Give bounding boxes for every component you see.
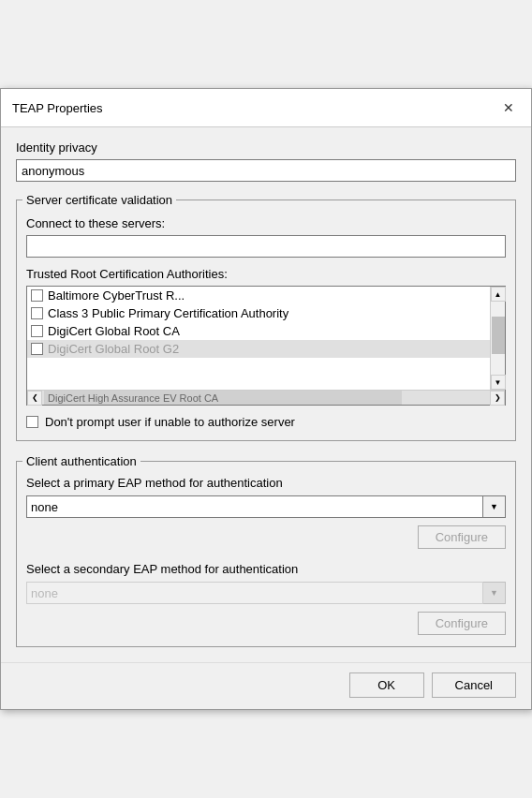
identity-privacy-input[interactable] (16, 159, 516, 182)
secondary-eap-dropdown-arrow[interactable]: ▼ (483, 582, 506, 604)
close-button[interactable]: ✕ (497, 96, 520, 119)
ca-item-label-2: DigiCert Global Root CA (48, 324, 180, 338)
dialog-title: TEAP Properties (12, 101, 103, 115)
ca-item-label-3: DigiCert Global Root G2 (48, 342, 179, 356)
list-item[interactable]: Class 3 Public Primary Certification Aut… (27, 304, 490, 322)
client-auth-legend: Client authentication (22, 454, 140, 468)
server-cert-section: Server certificate validation Connect to… (16, 193, 516, 441)
bottom-buttons: OK Cancel (1, 662, 531, 709)
dont-prompt-row: Don't prompt user if unable to authorize… (26, 415, 506, 429)
configure-primary-button[interactable]: Configure (418, 525, 506, 549)
dont-prompt-checkbox[interactable] (26, 416, 38, 428)
ca-item-label-1: Class 3 Public Primary Certification Aut… (48, 306, 288, 320)
identity-privacy-section: Identity privacy (16, 140, 516, 182)
primary-eap-dropdown-arrow[interactable]: ▼ (483, 495, 506, 518)
ca-item-label-0: Baltimore CyberTrust R... (48, 288, 185, 303)
teap-properties-dialog: TEAP Properties ✕ Identity privacy Serve… (0, 88, 532, 710)
primary-eap-select[interactable]: none (26, 495, 483, 518)
ca-listbox[interactable]: Baltimore CyberTrust R... Class 3 Public… (26, 286, 506, 406)
ca-checkbox-2[interactable] (31, 325, 43, 337)
ca-hscrollbar: ❮ DigiCert High Assurance EV Root CA ❯ (27, 390, 505, 405)
server-cert-legend: Server certificate validation (22, 193, 176, 207)
hscroll-label: DigiCert High Assurance EV Root CA (44, 392, 218, 404)
hscroll-left-arrow[interactable]: ❮ (27, 391, 42, 406)
scrollbar-thumb[interactable] (492, 317, 505, 354)
ca-list-inner[interactable]: Baltimore CyberTrust R... Class 3 Public… (27, 287, 490, 390)
ok-button[interactable]: OK (349, 672, 424, 698)
servers-label: Connect to these servers: (26, 216, 506, 230)
list-item[interactable]: Baltimore CyberTrust R... (27, 287, 490, 304)
title-bar: TEAP Properties ✕ (1, 89, 531, 127)
secondary-eap-dropdown-row: none ▼ (26, 582, 506, 604)
dialog-body: Identity privacy Server certificate vali… (1, 127, 531, 658)
servers-input[interactable] (26, 235, 506, 258)
primary-eap-label: Select a primary EAP method for authenti… (26, 476, 506, 490)
ca-checkbox-0[interactable] (31, 289, 43, 302)
list-item[interactable]: DigiCert Global Root G2 (27, 340, 490, 358)
configure-secondary-button[interactable]: Configure (418, 612, 506, 635)
client-auth-section: Client authentication Select a primary E… (16, 454, 516, 647)
ca-list-scroll-area: Baltimore CyberTrust R... Class 3 Public… (27, 287, 505, 390)
list-item[interactable]: DigiCert Global Root CA (27, 322, 490, 340)
primary-eap-dropdown-row: none ▼ (26, 495, 506, 518)
ca-checkbox-3[interactable] (31, 343, 43, 355)
secondary-eap-label: Select a secondary EAP method for authen… (26, 562, 506, 576)
dont-prompt-label: Don't prompt user if unable to authorize… (45, 415, 295, 429)
identity-privacy-label: Identity privacy (16, 140, 516, 155)
hscroll-right-arrow[interactable]: ❯ (490, 391, 505, 406)
secondary-eap-select[interactable]: none (26, 582, 483, 604)
ca-scrollbar: ▲ ▼ (490, 287, 505, 390)
ca-checkbox-1[interactable] (31, 307, 43, 319)
hscroll-track[interactable]: DigiCert High Assurance EV Root CA (42, 391, 490, 405)
ca-label: Trusted Root Certification Authorities: (26, 267, 506, 281)
cancel-button[interactable]: Cancel (432, 672, 516, 698)
scrollbar-up-arrow[interactable]: ▲ (491, 287, 506, 302)
scrollbar-down-arrow[interactable]: ▼ (491, 375, 506, 390)
